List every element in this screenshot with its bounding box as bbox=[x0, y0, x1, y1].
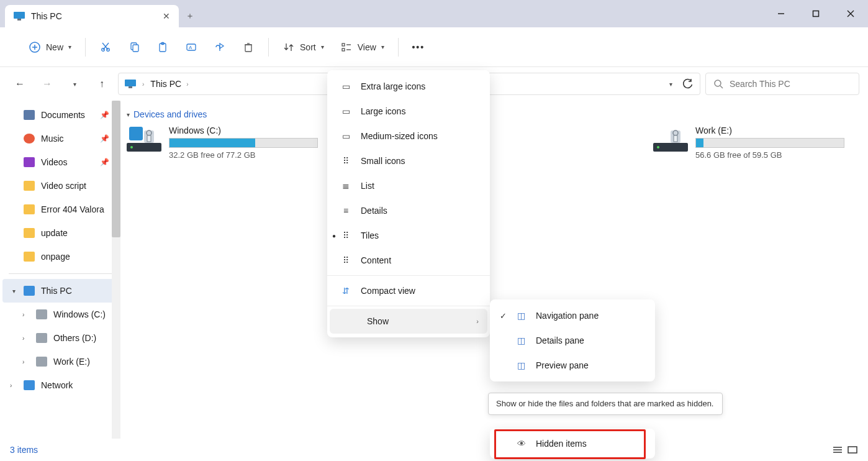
forward-button[interactable]: → bbox=[36, 73, 58, 95]
search-box[interactable] bbox=[705, 73, 859, 95]
menu-item-details[interactable]: ≡Details bbox=[327, 198, 490, 223]
menu-item-label: Tiles bbox=[361, 230, 379, 240]
sort-button[interactable]: Sort ▾ bbox=[283, 41, 324, 53]
refresh-icon[interactable] bbox=[682, 78, 694, 89]
pin-icon[interactable]: 📌 bbox=[100, 158, 109, 167]
chevron-right-icon[interactable]: › bbox=[10, 382, 12, 389]
sidebar-item-label: onpage bbox=[41, 252, 70, 262]
plus-circle-icon bbox=[29, 41, 41, 53]
sidebar-item-drive[interactable]: ›Others (D:) bbox=[12, 326, 120, 350]
group-header-devices[interactable]: ▾ Devices and drives bbox=[127, 106, 862, 126]
sidebar-item-folder[interactable]: onpage bbox=[0, 245, 120, 268]
view-button[interactable]: View ▾ bbox=[340, 41, 384, 53]
drive-usage-bar bbox=[169, 138, 318, 148]
new-button[interactable]: New ▾ bbox=[29, 41, 71, 53]
copy-icon[interactable] bbox=[128, 41, 140, 53]
svg-rect-19 bbox=[245, 45, 251, 52]
submenu-item-preview-pane[interactable]: ◫Preview pane bbox=[490, 353, 655, 378]
chevron-right-icon[interactable]: › bbox=[22, 311, 24, 318]
delete-icon[interactable] bbox=[242, 41, 255, 53]
rename-icon[interactable]: A bbox=[185, 41, 197, 53]
pc-icon bbox=[24, 286, 35, 296]
menu-item-show[interactable]: Show› bbox=[330, 309, 487, 334]
cut-icon[interactable] bbox=[99, 41, 112, 53]
details-icon: ≡ bbox=[340, 206, 352, 216]
chevron-down-icon[interactable]: ▾ bbox=[12, 288, 16, 294]
tab-title: This PC bbox=[31, 11, 62, 21]
sidebar-item-network[interactable]: ›Network bbox=[0, 373, 120, 397]
folder-icon bbox=[24, 181, 35, 191]
sidebar-item-videos[interactable]: Videos📌 bbox=[0, 150, 120, 174]
minimize-button[interactable] bbox=[764, 0, 798, 27]
sidebar-item-label: Windows (C:) bbox=[53, 309, 106, 319]
sidebar-item-label: Music bbox=[41, 134, 64, 144]
drive-tile-c[interactable]: Windows (C:) 32.2 GB free of 77.2 GB bbox=[127, 126, 318, 160]
menu-item-label: Compact view bbox=[361, 286, 415, 296]
menu-item-label: Small icons bbox=[361, 156, 405, 166]
svg-rect-3 bbox=[813, 11, 819, 17]
sidebar-item-label: Video script bbox=[41, 181, 86, 191]
close-tab-icon[interactable]: ✕ bbox=[163, 11, 170, 21]
paste-icon[interactable] bbox=[156, 41, 169, 53]
sidebar-scrollbar-thumb[interactable] bbox=[112, 101, 120, 237]
sidebar-item-this-pc[interactable]: ▾This PC bbox=[2, 279, 118, 303]
sidebar-item-documents[interactable]: Documents📌 bbox=[0, 103, 120, 127]
sidebar-item-drive[interactable]: ›Windows (C:) bbox=[12, 303, 120, 326]
svg-rect-23 bbox=[342, 48, 345, 51]
pin-icon[interactable]: 📌 bbox=[100, 134, 109, 143]
breadcrumb-this-pc[interactable]: This PC › bbox=[150, 79, 188, 89]
drive-tile-e[interactable]: Work (E:) 56.6 GB free of 59.5 GB bbox=[653, 126, 844, 160]
chevron-right-icon[interactable]: › bbox=[142, 81, 144, 88]
menu-item-extra-large-icons[interactable]: ▭Extra large icons bbox=[327, 74, 490, 99]
search-input[interactable] bbox=[730, 79, 851, 89]
thumbnails-view-toggle[interactable] bbox=[847, 445, 858, 454]
drive-icon bbox=[36, 309, 47, 319]
details-view-toggle[interactable] bbox=[832, 445, 843, 454]
extra-large-icons-icon: ▭ bbox=[340, 81, 352, 91]
menu-item-list[interactable]: ≣List bbox=[327, 173, 490, 198]
chevron-down-icon: ▾ bbox=[381, 43, 384, 50]
address-dropdown-icon[interactable]: ▾ bbox=[669, 81, 672, 88]
sidebar-item-folder[interactable]: Video script bbox=[0, 174, 120, 198]
maximize-button[interactable] bbox=[798, 0, 833, 27]
recent-locations-button[interactable]: ▾ bbox=[63, 73, 86, 95]
monitor-icon bbox=[14, 12, 25, 21]
view-label: View bbox=[358, 42, 376, 52]
sidebar-item-label: This PC bbox=[41, 286, 72, 296]
more-icon[interactable]: ••• bbox=[412, 41, 425, 53]
search-icon bbox=[713, 79, 723, 89]
share-icon[interactable] bbox=[214, 41, 226, 53]
drive-icon bbox=[36, 333, 47, 343]
menu-item-medium-icons[interactable]: ▭Medium-sized icons bbox=[327, 124, 490, 148]
chevron-right-icon: › bbox=[186, 81, 188, 88]
sidebar-item-folder[interactable]: Error 404 Valora bbox=[0, 198, 120, 221]
menu-item-tiles[interactable]: ●⠿Tiles bbox=[327, 223, 490, 248]
menu-item-compact-view[interactable]: ⇵Compact view bbox=[327, 278, 490, 303]
chevron-right-icon[interactable]: › bbox=[22, 335, 24, 342]
window-controls bbox=[764, 0, 868, 27]
sidebar-item-drive[interactable]: ›Work (E:) bbox=[12, 350, 120, 373]
sort-label: Sort bbox=[300, 42, 316, 52]
up-button[interactable]: ↑ bbox=[91, 73, 113, 95]
submenu-item-details-pane[interactable]: ◫Details pane bbox=[490, 328, 655, 353]
drive-icon bbox=[127, 126, 161, 154]
folder-icon bbox=[24, 252, 35, 262]
svg-rect-35 bbox=[147, 135, 151, 142]
tab-this-pc[interactable]: This PC ✕ bbox=[5, 5, 179, 27]
sidebar-item-music[interactable]: Music📌 bbox=[0, 127, 120, 150]
videos-icon bbox=[24, 157, 35, 167]
menu-item-content[interactable]: ⠿Content bbox=[327, 248, 490, 273]
chevron-right-icon[interactable]: › bbox=[22, 358, 24, 365]
back-button[interactable]: ← bbox=[9, 73, 31, 95]
view-menu: ▭Extra large icons ▭Large icons ▭Medium-… bbox=[327, 70, 490, 337]
sidebar-item-label: Documents bbox=[41, 110, 85, 120]
annotation-highlight bbox=[494, 429, 646, 459]
new-tab-button[interactable]: ＋ bbox=[179, 5, 201, 27]
pin-icon[interactable]: 📌 bbox=[100, 111, 109, 119]
menu-item-large-icons[interactable]: ▭Large icons bbox=[327, 99, 490, 124]
menu-item-label: List bbox=[361, 181, 374, 191]
menu-item-small-icons[interactable]: ⠿Small icons bbox=[327, 148, 490, 173]
close-window-button[interactable] bbox=[833, 0, 868, 27]
sidebar-item-folder[interactable]: update bbox=[0, 221, 120, 245]
submenu-item-navigation-pane[interactable]: ✓◫Navigation pane bbox=[490, 303, 655, 328]
